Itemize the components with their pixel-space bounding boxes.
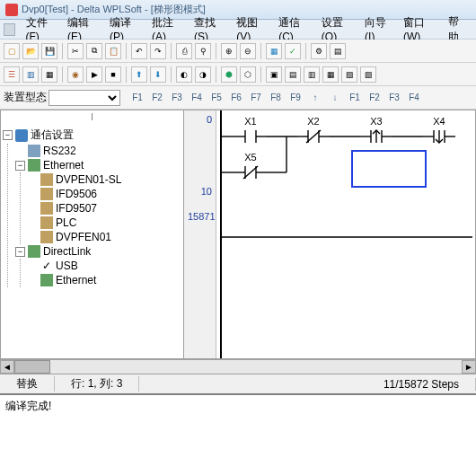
gutter-line: 0 [184,110,216,128]
dev6-icon[interactable]: ▨ [360,66,376,83]
open-icon[interactable]: 📂 [22,43,39,59]
comm-tree: − 通信设置 RS232 − Ethernet DVPEN01-SL IFD95… [1,123,183,291]
net2-icon[interactable]: ⬡ [240,66,256,83]
contact-x2[interactable]: X2 [297,116,330,146]
fkey-sf1[interactable]: F1 [345,89,365,107]
il-icon[interactable]: ▥ [22,66,39,83]
download-icon[interactable]: ⬇ [150,66,166,83]
tree-label: USB [56,260,78,272]
toolbar-3: 装置型态 F1 F2 F3 F4 F5 F6 F7 F8 F9 ↑ ↓ F1 F… [0,86,476,110]
paste-icon[interactable]: 📋 [105,43,121,59]
fkey-sf2[interactable]: F2 [365,89,384,107]
stop-icon[interactable]: ■ [105,66,121,83]
fkey-f1[interactable]: F1 [128,89,147,107]
collapse-icon[interactable]: − [3,130,13,140]
device-type-combo[interactable] [48,90,120,106]
dev1-icon[interactable]: ▣ [266,66,282,83]
tool2-icon[interactable]: ▤ [330,43,346,59]
fkey-f3[interactable]: F3 [167,89,187,107]
device-icon [40,173,53,186]
zoom-out-icon[interactable]: ⊖ [240,43,256,59]
tree-plc[interactable]: PLC [28,216,181,230]
fkey-f6[interactable]: F6 [226,89,246,107]
contact-x4[interactable]: X4 [423,116,455,146]
collapse-icon[interactable]: − [15,247,25,257]
simulate-icon[interactable]: ▶ [86,66,102,83]
copy-icon[interactable]: ⧉ [86,43,102,59]
line-gutter: 0 10 15871 [184,110,216,358]
undo-icon[interactable]: ↶ [131,43,147,59]
contact-x3[interactable]: X3 [360,116,392,146]
fkey-down[interactable]: ↓ [325,89,345,107]
main-area: − 通信设置 RS232 − Ethernet DVPEN01-SL IFD95… [0,110,476,359]
tree-ifd9506[interactable]: IFD9506 [28,187,181,201]
dev2-icon[interactable]: ▤ [285,66,301,83]
dev5-icon[interactable]: ▧ [341,66,357,83]
fkey-f4[interactable]: F4 [187,89,207,107]
sim2-icon[interactable]: ◐ [176,66,192,83]
print-icon[interactable]: ⎙ [176,43,192,59]
upload-icon[interactable]: ⬆ [131,66,147,83]
selection-cursor [351,150,427,188]
fkey-f8[interactable]: F8 [266,89,286,107]
tree-label: 通信设置 [31,128,74,143]
save-icon[interactable]: 💾 [41,43,57,59]
device-icon [40,216,53,229]
cut-icon[interactable]: ✂ [67,43,84,59]
tree-root-comm[interactable]: − 通信设置 [3,127,181,144]
dev4-icon[interactable]: ▦ [322,66,339,83]
tree-dvpfen01[interactable]: DVPFEN01 [28,230,181,244]
redo-icon[interactable]: ↷ [150,43,166,59]
new-icon[interactable]: ▢ [4,43,20,59]
sfc-icon[interactable]: ▦ [41,66,57,83]
check-icon[interactable]: ✓ [285,43,301,59]
dev3-icon[interactable]: ▥ [304,66,320,83]
fkey-up[interactable]: ↑ [305,89,325,107]
tree-label: Ethernet [56,274,96,286]
statusbar: 替换 行: 1, 列: 3 11/15872 Steps [0,374,476,393]
tree-ethernet[interactable]: − Ethernet [15,158,181,172]
net-icon[interactable]: ⬢ [221,66,237,83]
serial-icon [28,145,40,157]
ladder-icon[interactable]: ☰ [4,66,20,83]
sim3-icon[interactable]: ◑ [195,66,211,83]
scroll-left-icon[interactable]: ◄ [0,360,14,374]
tree-label: DirectLink [43,245,91,258]
tree-dvpen01[interactable]: DVPEN01-SL [28,172,181,187]
fkey-f7[interactable]: F7 [246,89,266,107]
tree-directlink[interactable]: − DirectLink [15,244,181,259]
status-steps: 11/15872 Steps [367,378,476,391]
tree-rs232[interactable]: RS232 [15,144,181,158]
tree-usb[interactable]: ✓USB [28,259,181,273]
ethernet-icon [40,274,53,286]
tree-ifd9507[interactable]: IFD9507 [28,201,181,216]
zoom-in-icon[interactable]: ⊕ [221,43,237,59]
fkey-f2[interactable]: F2 [147,89,167,107]
tree-eth2[interactable]: Ethernet [28,273,181,287]
scroll-thumb[interactable] [14,360,50,374]
collapse-icon[interactable]: − [15,161,25,171]
check-icon: ✓ [40,260,53,272]
scroll-track[interactable] [14,360,462,374]
tree-label: IFD9507 [56,202,97,215]
tool-icon[interactable]: ⚙ [311,43,327,59]
fkey-f5[interactable]: F5 [207,89,226,107]
hscrollbar[interactable]: ◄ ► [0,359,476,374]
find-icon[interactable]: ⚲ [195,43,211,59]
status-mode: 替换 [0,376,55,392]
fkey-sf3[interactable]: F3 [384,89,404,107]
fkey-f9[interactable]: F9 [286,89,305,107]
menubar: 文件(F) 编辑(E) 编译(P) 批注(A) 查找(S) 视图(V) 通信(C… [0,20,476,40]
gutter-line: 10 [184,182,216,200]
system-menu-icon[interactable] [4,23,15,36]
scroll-right-icon[interactable]: ► [462,360,476,374]
tree-label: DVPFEN01 [56,231,111,243]
monitor-icon[interactable]: ◉ [67,66,84,83]
tree-label: RS232 [43,145,76,157]
tree-label: DVPEN01-SL [56,173,121,186]
app-icon [5,4,18,16]
fkey-sf4[interactable]: F4 [404,89,424,107]
ladder-editor[interactable]: X1 X2 X3 X4 X5 [216,110,475,358]
end-wire [221,236,472,240]
compile-icon[interactable]: ▦ [266,43,282,59]
